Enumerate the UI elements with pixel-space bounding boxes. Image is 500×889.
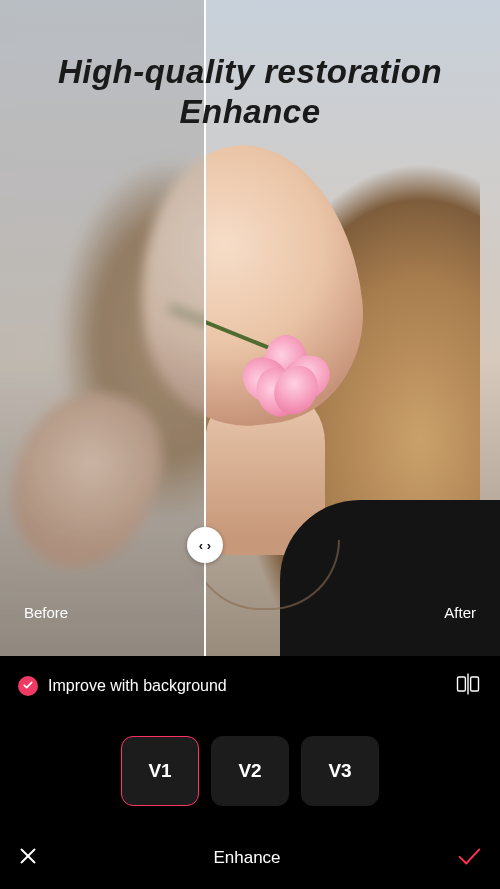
version-picker: V1 V2 V3 bbox=[0, 736, 500, 806]
svg-rect-0 bbox=[458, 677, 466, 691]
compare-icon bbox=[454, 684, 482, 701]
headline: High-quality restoration Enhance bbox=[0, 52, 500, 131]
checkmark-icon bbox=[22, 679, 34, 694]
photo-flower bbox=[245, 335, 330, 415]
version-label: V1 bbox=[148, 760, 171, 782]
version-v3-button[interactable]: V3 bbox=[301, 736, 379, 806]
headline-line2: Enhance bbox=[0, 92, 500, 132]
bottom-bar: Enhance bbox=[0, 827, 500, 889]
mode-title: Enhance bbox=[213, 848, 280, 868]
cancel-button[interactable] bbox=[16, 844, 40, 872]
before-label: Before bbox=[24, 604, 68, 621]
compare-toggle-button[interactable] bbox=[454, 670, 482, 702]
version-label: V2 bbox=[238, 760, 261, 782]
slider-arrows-icon: ‹ › bbox=[199, 538, 211, 553]
controls-panel: Improve with background V1 V2 V3 Enhance bbox=[0, 656, 500, 889]
version-v1-button[interactable]: V1 bbox=[121, 736, 199, 806]
close-icon bbox=[16, 854, 40, 871]
after-label: After bbox=[444, 604, 476, 621]
svg-rect-1 bbox=[471, 677, 479, 691]
comparison-slider-handle[interactable]: ‹ › bbox=[187, 527, 223, 563]
headline-line1: High-quality restoration bbox=[0, 52, 500, 92]
check-icon bbox=[454, 857, 484, 874]
version-label: V3 bbox=[328, 760, 351, 782]
improve-bg-label: Improve with background bbox=[48, 677, 227, 695]
confirm-button[interactable] bbox=[454, 841, 484, 875]
version-v2-button[interactable]: V2 bbox=[211, 736, 289, 806]
comparison-image: ‹ › Before After High-quality restoratio… bbox=[0, 0, 500, 656]
improve-bg-checkbox[interactable] bbox=[18, 676, 38, 696]
